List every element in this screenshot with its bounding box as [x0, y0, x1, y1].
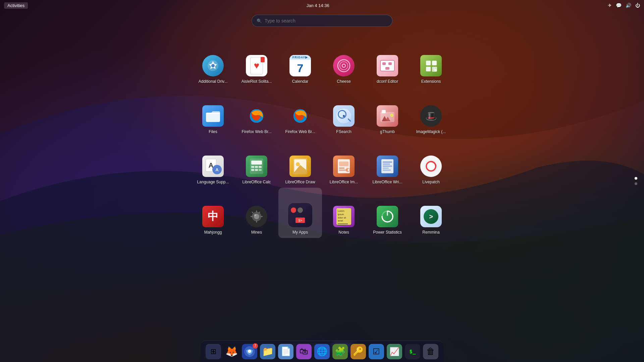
- svg-rect-30: [251, 166, 254, 168]
- app-label-aisleriot: AisleRiot Solita...: [241, 79, 272, 84]
- app-item-impress[interactable]: LibreOffice Im...: [322, 137, 366, 188]
- svg-rect-43: [339, 170, 346, 171]
- app-item-files[interactable]: Files: [191, 87, 235, 137]
- dock-files[interactable]: 📁: [260, 344, 275, 359]
- app-item-myapps[interactable]: $> My Apps: [278, 188, 322, 238]
- app-item-cheese[interactable]: Cheese: [322, 37, 366, 87]
- thunderbird-badge: 7: [253, 343, 258, 349]
- svg-rect-35: [259, 169, 262, 171]
- svg-rect-15: [426, 67, 431, 71]
- topbar-right: ✈ 💬 🔊 ⏻: [608, 3, 640, 8]
- svg-rect-51: [383, 170, 391, 171]
- app-label-livepatch: Livepatch: [422, 180, 439, 184]
- app-label-mahjongg: Mahjongg: [204, 230, 222, 235]
- app-item-extensions[interactable]: Extensions: [409, 37, 453, 87]
- svg-line-60: [259, 212, 260, 213]
- svg-rect-48: [383, 164, 390, 165]
- app-item-remmina[interactable]: > Remmina: [409, 188, 453, 238]
- svg-point-38: [296, 162, 300, 166]
- app-label-notes: Notes: [338, 230, 349, 235]
- app-item-writer[interactable]: LibreOffice Wri...: [366, 137, 409, 188]
- app-label-imagemagick: ImageMagick (...: [416, 129, 446, 134]
- volume-icon[interactable]: 🔊: [626, 3, 631, 8]
- svg-rect-42: [339, 168, 344, 169]
- svg-rect-12: [388, 62, 392, 65]
- svg-rect-19: [432, 69, 437, 72]
- app-item-draw[interactable]: LibreOffice Draw: [278, 137, 322, 188]
- svg-rect-13: [385, 67, 389, 70]
- app-label-writer: LibreOffice Wri...: [373, 180, 402, 184]
- app-label-myapps: My Apps: [292, 230, 308, 235]
- svg-rect-34: [255, 169, 258, 171]
- app-label-calc: LibreOffice Calc: [242, 180, 271, 184]
- dock-apps-grid[interactable]: ⊞: [206, 344, 221, 359]
- app-item-notes[interactable]: Lorem ipsum dolor sit amet Notes: [322, 188, 366, 238]
- datetime-label: Jan 4 14:36: [307, 3, 329, 8]
- app-item-language[interactable]: A A Language Supp...: [191, 137, 235, 188]
- app-item-imagemagick[interactable]: 🎩 ImageMagick (...: [409, 87, 453, 137]
- app-item-livepatch[interactable]: Livepatch: [409, 137, 453, 188]
- topbar: Activities Jan 4 14:36 ✈ 💬 🔊 ⏻: [0, 0, 644, 11]
- dock-script[interactable]: 🔑: [351, 344, 366, 359]
- dock-text-editor[interactable]: 📄: [278, 344, 293, 359]
- dock-todo[interactable]: ☑: [369, 344, 384, 359]
- dock-firefox[interactable]: 🦊: [224, 344, 239, 359]
- app-label-power: Power Statistics: [373, 230, 401, 235]
- power-icon[interactable]: ⏻: [635, 3, 640, 8]
- app-item-mines[interactable]: Mines: [235, 188, 278, 238]
- send-icon[interactable]: ✈: [608, 3, 612, 8]
- app-item-firefox2[interactable]: Firefox Web Br...: [278, 87, 322, 137]
- search-container: 🔍: [252, 15, 392, 27]
- page-dot-2[interactable]: [635, 182, 637, 185]
- app-label-fsearch: FSearch: [336, 129, 351, 134]
- app-label-extensions: Extensions: [421, 79, 441, 84]
- search-input[interactable]: [265, 18, 387, 23]
- svg-rect-47: [383, 162, 392, 163]
- chat-icon[interactable]: 💬: [616, 3, 622, 8]
- app-item-power[interactable]: Power Statistics: [366, 188, 409, 238]
- svg-rect-41: [339, 162, 348, 166]
- activities-button[interactable]: Activities: [4, 2, 28, 9]
- app-item-firefox1[interactable]: Firefox Web Br...: [235, 87, 278, 137]
- svg-point-9: [343, 65, 344, 66]
- app-label-remmina: Remmina: [422, 230, 439, 235]
- apps-grid: Additional Driv... ♥ AisleRiot Solita...…: [191, 37, 453, 238]
- dock-network[interactable]: 🌐: [314, 344, 330, 359]
- dock-thunderbird[interactable]: 7: [242, 344, 257, 359]
- app-item-additional-drivers[interactable]: Additional Driv...: [191, 37, 235, 87]
- search-icon: 🔍: [257, 18, 262, 23]
- dock-puzzle[interactable]: 🧩: [332, 344, 348, 359]
- svg-rect-29: [251, 161, 262, 165]
- app-label-firefox1: Firefox Web Br...: [241, 129, 271, 134]
- app-label-cheese: Cheese: [337, 79, 351, 84]
- app-item-calendar[interactable]: FRIDAY▶ 7 Calendar: [278, 37, 322, 87]
- app-label-gthumb: gThumb: [380, 129, 395, 134]
- app-label-files: Files: [209, 129, 217, 134]
- dock-calc2[interactable]: 📈: [387, 344, 402, 359]
- app-item-mahjongg[interactable]: 中 Mahjongg: [191, 188, 235, 238]
- svg-rect-33: [251, 169, 254, 171]
- svg-point-62: [254, 214, 256, 216]
- page-dot-1[interactable]: [635, 177, 637, 180]
- app-item-dconf[interactable]: dconf Editor: [366, 37, 409, 87]
- app-label-dconf: dconf Editor: [377, 79, 398, 84]
- svg-point-4: [211, 64, 215, 67]
- dock: ⊞ 🦊 7 📁 📄 🛍 🌐 🧩 🔑 ☑ 📈 $_ 🗑: [200, 341, 444, 362]
- dock-software[interactable]: 🛍: [296, 344, 312, 359]
- svg-rect-49: [383, 166, 392, 167]
- app-item-gthumb[interactable]: gThumb: [366, 87, 409, 137]
- svg-rect-14: [426, 61, 431, 65]
- dock-terminal[interactable]: $_: [405, 344, 420, 359]
- app-label-impress: LibreOffice Im...: [330, 180, 358, 184]
- search-bar: 🔍: [252, 15, 392, 27]
- app-item-calc[interactable]: LibreOffice Calc: [235, 137, 278, 188]
- dock-trash[interactable]: 🗑: [423, 344, 438, 359]
- svg-rect-31: [255, 166, 258, 168]
- svg-rect-50: [383, 168, 389, 169]
- svg-point-67: [248, 350, 251, 353]
- svg-rect-11: [382, 62, 386, 65]
- svg-line-59: [252, 212, 253, 213]
- app-item-aisleriot[interactable]: ♥ AisleRiot Solita...: [235, 37, 278, 87]
- app-item-fsearch[interactable]: FSearch: [322, 87, 366, 137]
- app-label-draw: LibreOffice Draw: [285, 180, 315, 184]
